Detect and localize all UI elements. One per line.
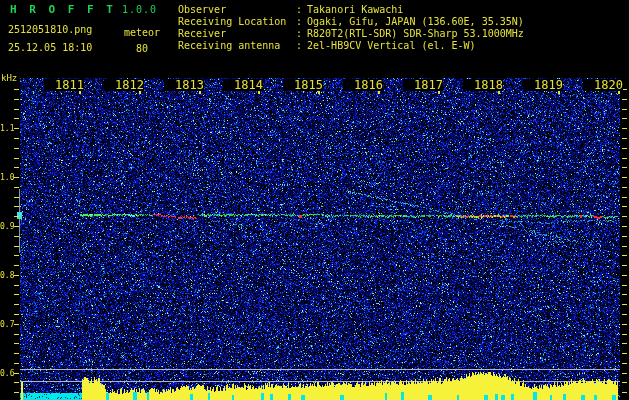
time-label: 1812 [104, 79, 144, 91]
spectrogram-canvas [0, 0, 629, 400]
time-label: 1817 [403, 79, 443, 91]
time-label: 1816 [343, 79, 383, 91]
freq-label: 0.8 [0, 271, 14, 280]
info-row: Receiving Location:Ogaki, Gifu, JAPAN (1… [178, 16, 524, 28]
mode-label: meteor [120, 27, 164, 38]
info-label: Receiving antenna [178, 40, 296, 52]
observation-datetime: 25.12.05 18:10 [8, 42, 92, 53]
info-value: R820T2(RTL-SDR) SDR-Sharp 53.1000MHz [307, 28, 524, 39]
freq-label: 0.7 [0, 320, 14, 329]
gain-value: 80 [120, 43, 164, 54]
time-label: 1815 [283, 79, 323, 91]
time-label: 1820 [583, 79, 623, 91]
app-title: H R O F F T [10, 3, 116, 16]
freq-label: 1.1 [0, 124, 14, 133]
info-value: 2el-HB9CV Vertical (el. E-W) [307, 40, 476, 51]
freq-label: 0.6 [0, 369, 14, 378]
time-label: 1813 [164, 79, 204, 91]
time-label: 1818 [463, 79, 503, 91]
freq-label: 0.9 [0, 222, 14, 231]
info-separator: : [296, 16, 302, 27]
info-row: Observer:Takanori Kawachi [178, 4, 524, 16]
app-version: 1.0.0 [122, 4, 157, 15]
output-filename: 2512051810.png [8, 24, 92, 35]
info-value: Takanori Kawachi [307, 4, 403, 15]
freq-label: 1.0 [0, 173, 14, 182]
info-separator: : [296, 28, 302, 39]
info-row: Receiving antenna:2el-HB9CV Vertical (el… [178, 40, 524, 52]
station-info: Observer:Takanori KawachiReceiving Locat… [178, 4, 524, 52]
info-separator: : [296, 40, 302, 51]
info-row: Receiver:R820T2(RTL-SDR) SDR-Sharp 53.10… [178, 28, 524, 40]
time-label: 1814 [223, 79, 263, 91]
time-label: 1819 [523, 79, 563, 91]
info-label: Receiving Location [178, 16, 296, 28]
info-label: Receiver [178, 28, 296, 40]
time-label: 1811 [44, 79, 84, 91]
info-label: Observer [178, 4, 296, 16]
info-separator: : [296, 4, 302, 15]
freq-unit-label: kHz [1, 73, 17, 83]
info-value: Ogaki, Gifu, JAPAN (136.60E, 35.35N) [307, 16, 524, 27]
hrofft-screen: H R O F F T 1.0.0 2512051810.png meteor … [0, 0, 629, 400]
